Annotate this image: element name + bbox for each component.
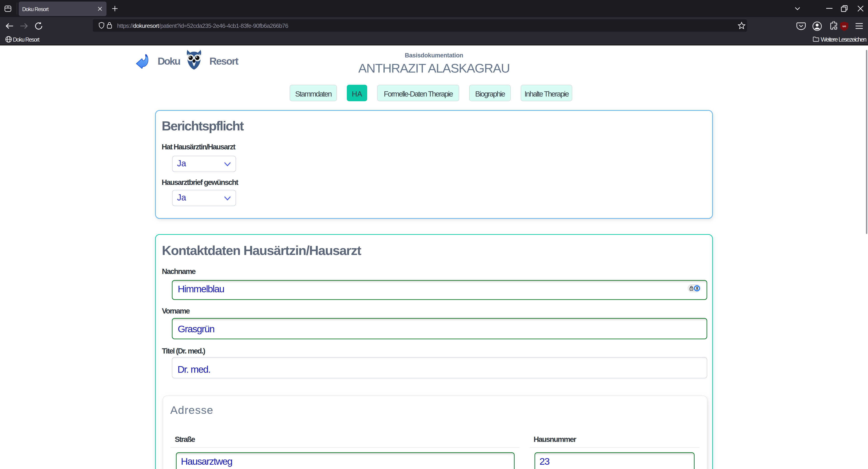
svg-text:uo: uo bbox=[842, 24, 846, 28]
